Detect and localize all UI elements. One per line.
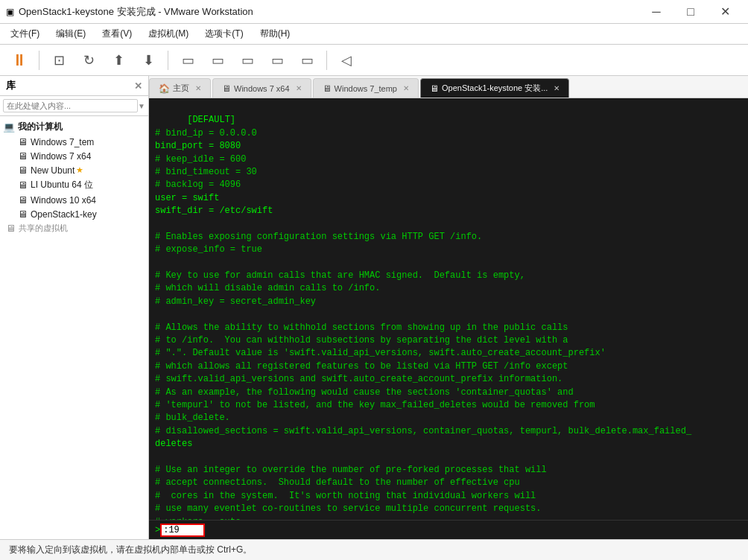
download-button[interactable]: ⬇: [135, 48, 162, 72]
vm-icon-win7temp: 🖥: [18, 136, 28, 147]
sidebar-tree: 💻 我的计算机 🖥 Windows 7_tem 🖥 Windows 7 x64 …: [0, 116, 148, 539]
terminal-line-2: bind_port = 8080: [155, 141, 241, 151]
statusbar: 要将输入定向到该虚拟机，请在虚拟机内部单击或按 Ctrl+G。: [0, 539, 748, 560]
vm-icon-win7x64: 🖥: [18, 150, 28, 162]
shared-label: 共享的虚拟机: [19, 223, 68, 234]
sidebar-title: 库: [6, 79, 16, 92]
sidebar-header: 库 ✕: [0, 76, 148, 96]
terminal-line-3: # keep_idle = 600 # bind_timeout = 30 # …: [155, 154, 257, 191]
vm-settings-button[interactable]: ▭: [234, 48, 261, 72]
vm-name-liubuntu: LI Ubuntu 64 位: [31, 179, 93, 191]
tab-win7x64-icon: 🖥: [222, 83, 231, 94]
terminal-line-0: [DEFAULT]: [187, 115, 235, 125]
sidebar-item-win7temp[interactable]: 🖥 Windows 7_tem: [0, 135, 148, 149]
fullscreen-button[interactable]: ▭: [174, 48, 201, 72]
vm-name-win7temp: Windows 7_tem: [31, 137, 94, 147]
toolbar-divider-1: [39, 51, 39, 70]
vm-name-win7x64: Windows 7 x64: [31, 151, 91, 162]
sidebar-item-shared[interactable]: 🖥 共享的虚拟机: [0, 221, 148, 235]
vm-name-newubuntu: New Ubunt: [31, 165, 75, 176]
cmdline-prompt: >: [155, 525, 160, 535]
terminal-line-7: # Use an integer to override the number …: [155, 465, 547, 520]
terminal-line-1: # bind_ip = 0.0.0.0: [155, 128, 257, 139]
star-icon: ★: [76, 165, 83, 175]
tab-win7x64-close[interactable]: ✕: [296, 84, 302, 92]
minimize-button[interactable]: ─: [639, 0, 673, 24]
sidebar-search-container: ▼: [0, 96, 148, 116]
vm-icon-win10: 🖥: [18, 194, 28, 206]
titlebar: ▣ OpenStack1-keystone 安装完成 - VMware Work…: [0, 0, 748, 24]
cmdline-input[interactable]: [160, 524, 205, 537]
app-icon: ▣: [6, 7, 14, 17]
pause-button[interactable]: ⏸: [6, 48, 33, 72]
shared-icon: 🖥: [6, 223, 16, 234]
upload-button[interactable]: ⬆: [105, 48, 132, 72]
my-computer-label: 我的计算机: [18, 121, 63, 133]
sidebar-close-button[interactable]: ✕: [134, 80, 142, 92]
terminal-line-4: user = swift swift_dir = /etc/swift: [155, 193, 273, 216]
content-area: 🏠 主页 ✕ 🖥 Windows 7 x64 ✕ 🖥 Windows 7_tem…: [149, 76, 748, 539]
menubar: 文件(F) 编辑(E) 查看(V) 虚拟机(M) 选项卡(T) 帮助(H): [0, 24, 748, 45]
menu-help[interactable]: 帮助(H): [253, 25, 298, 43]
vm-icon-newubuntu: 🖥: [18, 165, 28, 176]
maximize-button[interactable]: □: [673, 0, 708, 24]
tab-win7temp-label: Windows 7_temp: [335, 84, 397, 93]
sidebar-item-newubuntu[interactable]: 🖥 New Ubunt ★: [0, 163, 148, 177]
terminal-line-6: deletes: [155, 439, 192, 449]
vm-name-win10: Windows 10 x64: [31, 195, 96, 206]
vm-icon-openstack: 🖥: [18, 209, 28, 220]
sidebar-item-openstack[interactable]: 🖥 OpenStack1-key: [0, 207, 148, 221]
tab-win7temp-icon: 🖥: [323, 83, 332, 94]
sidebar-item-liubuntu[interactable]: 🖥 LI Ubuntu 64 位: [0, 177, 148, 193]
tab-openstack-label: OpenStack1-keystone 安装...: [442, 83, 548, 94]
menu-edit[interactable]: 编辑(E): [48, 25, 93, 43]
tab-bar: 🏠 主页 ✕ 🖥 Windows 7 x64 ✕ 🖥 Windows 7_tem…: [149, 76, 748, 98]
status-text: 要将输入定向到该虚拟机，请在虚拟机内部单击或按 Ctrl+G。: [9, 544, 252, 556]
tab-openstack-close[interactable]: ✕: [554, 84, 560, 92]
view-button[interactable]: ▭: [204, 48, 231, 72]
network-button[interactable]: ▭: [264, 48, 291, 72]
tab-openstack-icon: 🖥: [430, 83, 439, 94]
menu-view[interactable]: 查看(V): [95, 25, 139, 43]
snapshot-button[interactable]: ↻: [75, 48, 102, 72]
tab-win7temp[interactable]: 🖥 Windows 7_temp ✕: [313, 78, 419, 98]
tab-win7x64-label: Windows 7 x64: [234, 84, 290, 93]
tab-home-icon: 🏠: [159, 83, 170, 94]
send-to-vm-button[interactable]: ⊡: [45, 48, 72, 72]
my-computer-item[interactable]: 💻 我的计算机: [0, 119, 148, 135]
tab-win7x64[interactable]: 🖥 Windows 7 x64 ✕: [212, 78, 311, 98]
main-layout: 库 ✕ ▼ 💻 我的计算机 🖥 Windows 7_tem 🖥 Windows …: [0, 76, 748, 539]
sidebar-search-input[interactable]: [3, 99, 138, 112]
sidebar-item-win10[interactable]: 🖥 Windows 10 x64: [0, 193, 148, 207]
command-line[interactable]: >: [149, 520, 748, 539]
terminal-line-5: # Enables exposing configuration setting…: [155, 232, 691, 436]
toolbar: ⏸ ⊡ ↻ ⬆ ⬇ ▭ ▭ ▭ ▭ ▭ ◁: [0, 45, 748, 76]
tab-home-label: 主页: [173, 83, 189, 94]
sidebar-item-win7x64[interactable]: 🖥 Windows 7 x64: [0, 149, 148, 163]
sidebar-search-arrow[interactable]: ▼: [138, 102, 145, 110]
computer-icon: 💻: [3, 121, 15, 133]
tab-home[interactable]: 🏠 主页 ✕: [149, 78, 211, 98]
tab-win7temp-close[interactable]: ✕: [403, 84, 409, 92]
menu-tabs[interactable]: 选项卡(T): [197, 25, 250, 43]
menu-vm[interactable]: 虚拟机(M): [141, 25, 196, 43]
vm-icon-liubuntu: 🖥: [18, 179, 28, 191]
window-title: OpenStack1-keystone 安装完成 - VMware Workst…: [19, 5, 639, 19]
toolbar-divider-2: [168, 51, 168, 70]
toolbar-divider-3: [326, 51, 327, 70]
usb-button[interactable]: ▭: [294, 48, 320, 72]
terminal-output[interactable]: [DEFAULT] # bind_ip = 0.0.0.0 bind_port …: [149, 98, 748, 520]
sidebar: 库 ✕ ▼ 💻 我的计算机 🖥 Windows 7_tem 🖥 Windows …: [0, 76, 149, 539]
menu-file[interactable]: 文件(F): [3, 25, 47, 43]
tab-home-close[interactable]: ✕: [195, 84, 201, 92]
back-button[interactable]: ◁: [333, 48, 360, 72]
close-button[interactable]: ✕: [708, 0, 742, 24]
tab-openstack[interactable]: 🖥 OpenStack1-keystone 安装... ✕: [420, 78, 569, 98]
vm-name-openstack: OpenStack1-key: [31, 209, 97, 220]
